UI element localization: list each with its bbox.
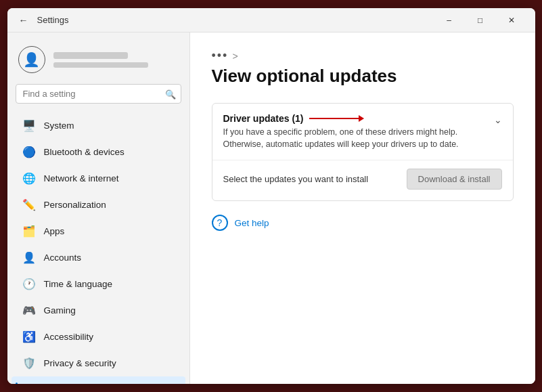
close-button[interactable]: ✕ bbox=[496, 8, 527, 32]
get-help-icon: ? bbox=[212, 215, 228, 231]
driver-title: Driver updates (1) bbox=[223, 113, 489, 124]
breadcrumb: ••• > bbox=[212, 49, 514, 63]
get-help-row: ? Get help bbox=[212, 215, 514, 231]
driver-description: If you have a specific problem, one of t… bbox=[223, 127, 489, 150]
user-avatar-icon: 👤 bbox=[23, 51, 40, 68]
network-icon: 🌐 bbox=[22, 171, 36, 185]
bluetooth-icon: 🔵 bbox=[22, 145, 36, 158]
search-input[interactable] bbox=[16, 84, 181, 104]
download-install-button[interactable]: Download & install bbox=[407, 169, 502, 190]
driver-updates-section: Driver updates (1) If you have a specifi… bbox=[212, 103, 514, 201]
sidebar-item-label: Personalization bbox=[44, 200, 106, 210]
main-content: ••• > View optional updates Driver updat… bbox=[190, 32, 535, 384]
sidebar-item-system[interactable]: 🖥️ System bbox=[12, 112, 185, 138]
system-icon: 🖥️ bbox=[22, 118, 36, 132]
sidebar-item-label: Privacy & security bbox=[44, 358, 116, 368]
chevron-down-icon: ⌄ bbox=[494, 114, 502, 125]
sidebar-item-bluetooth[interactable]: 🔵 Bluetooth & devices bbox=[12, 139, 185, 165]
time-icon: 🕐 bbox=[22, 277, 36, 290]
sidebar-item-privacy[interactable]: 🛡️ Privacy & security bbox=[12, 350, 185, 376]
sidebar-item-time[interactable]: 🕐 Time & language bbox=[12, 271, 185, 297]
user-section: 👤 bbox=[7, 32, 189, 81]
sidebar-item-apps[interactable]: 🗂️ Apps bbox=[12, 218, 185, 244]
user-email bbox=[53, 62, 148, 68]
breadcrumb-separator: > bbox=[232, 51, 238, 62]
sidebar-item-label: System bbox=[44, 121, 74, 131]
back-button[interactable]: ← bbox=[16, 12, 32, 28]
user-info bbox=[53, 52, 179, 68]
get-help-link[interactable]: Get help bbox=[235, 218, 269, 228]
windows-update-icon: 🔄 bbox=[30, 383, 44, 384]
user-name bbox=[53, 52, 128, 59]
sidebar-item-accounts[interactable]: 👤 Accounts bbox=[12, 244, 185, 270]
active-indicator bbox=[16, 383, 18, 384]
avatar: 👤 bbox=[18, 46, 45, 73]
sidebar-item-label: Network & internet bbox=[44, 173, 119, 183]
sidebar-item-label: Accounts bbox=[44, 253, 82, 263]
privacy-icon: 🛡️ bbox=[22, 356, 36, 370]
nav-items: 🖥️ System 🔵 Bluetooth & devices 🌐 Networ… bbox=[7, 109, 189, 384]
personalization-icon: ✏️ bbox=[22, 198, 36, 211]
sidebar-item-personalization[interactable]: ✏️ Personalization bbox=[12, 192, 185, 217]
window-title: Settings bbox=[37, 15, 69, 25]
apps-icon: 🗂️ bbox=[22, 224, 36, 238]
page-title: View optional updates bbox=[212, 66, 514, 87]
sidebar-item-windows-update[interactable]: 🔄 Windows Update bbox=[12, 376, 185, 384]
sidebar-item-network[interactable]: 🌐 Network & internet bbox=[12, 165, 185, 191]
content-area: 👤 🔍 🖥️ System 🔵 Bluetooth & devic bbox=[7, 32, 535, 384]
sidebar-item-label: Accessibility bbox=[44, 332, 94, 342]
maximize-button[interactable]: □ bbox=[465, 8, 496, 32]
driver-header-text: Driver updates (1) If you have a specifi… bbox=[223, 113, 489, 150]
titlebar: ← Settings – □ ✕ bbox=[7, 8, 535, 32]
sidebar-item-label: Time & language bbox=[44, 279, 113, 289]
sidebar-item-label: Gaming bbox=[44, 305, 76, 315]
accounts-icon: 👤 bbox=[22, 251, 36, 264]
window-controls: – □ ✕ bbox=[434, 8, 527, 32]
sidebar-item-label: Apps bbox=[44, 226, 65, 236]
search-box: 🔍 bbox=[16, 84, 181, 104]
breadcrumb-dots[interactable]: ••• bbox=[212, 49, 229, 63]
driver-header[interactable]: Driver updates (1) If you have a specifi… bbox=[212, 104, 513, 160]
sidebar-item-gaming[interactable]: 🎮 Gaming bbox=[12, 297, 185, 323]
settings-window: ← Settings – □ ✕ 👤 🔍 bbox=[7, 8, 535, 384]
arrow-annotation bbox=[309, 118, 363, 119]
minimize-button[interactable]: – bbox=[434, 8, 465, 32]
sidebar-item-accessibility[interactable]: ♿ Accessibility bbox=[12, 324, 185, 349]
sidebar: 👤 🔍 🖥️ System 🔵 Bluetooth & devic bbox=[7, 32, 190, 384]
accessibility-icon: ♿ bbox=[22, 330, 36, 343]
gaming-icon: 🎮 bbox=[22, 303, 36, 317]
select-updates-label: Select the updates you want to install bbox=[223, 174, 369, 184]
search-icon: 🔍 bbox=[165, 89, 176, 99]
sidebar-item-label: Bluetooth & devices bbox=[44, 147, 125, 157]
update-install-row: Select the updates you want to install D… bbox=[212, 160, 513, 200]
